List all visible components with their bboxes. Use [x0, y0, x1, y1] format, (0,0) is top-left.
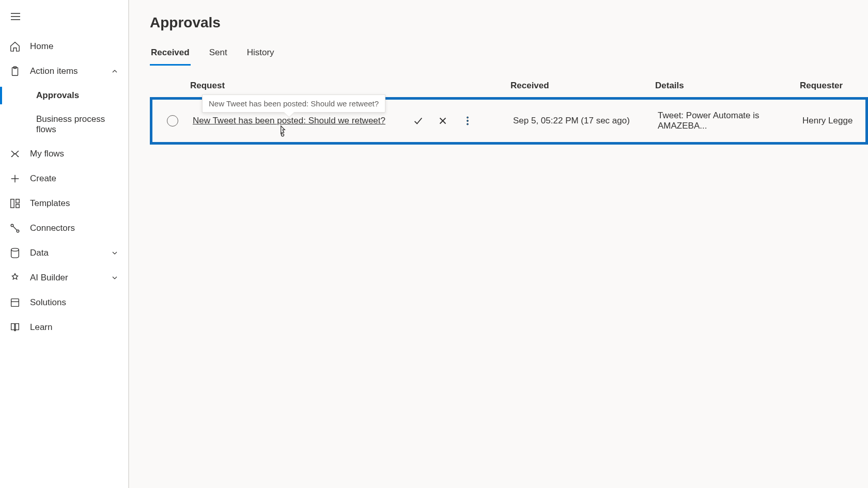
page-title: Approvals [150, 14, 868, 31]
tab-sent[interactable]: Sent [208, 43, 228, 66]
tab-received[interactable]: Received [150, 43, 191, 66]
sidebar-item-label: My flows [30, 149, 64, 159]
approval-row-highlight: New Tweet has been posted: Should we ret… [150, 97, 868, 145]
sidebar-item-business-process-flows[interactable]: Business process flows [0, 107, 128, 141]
svg-point-11 [17, 230, 19, 232]
approvals-table: Request Received Details Requester New T… [150, 81, 868, 145]
plus-icon [9, 173, 21, 184]
sidebar-item-label: Learn [30, 322, 52, 333]
svg-point-19 [467, 123, 469, 125]
title-tooltip: New Tweet has been posted: Should we ret… [202, 95, 385, 113]
sidebar-item-label: Create [30, 174, 56, 184]
svg-rect-9 [16, 204, 19, 208]
solutions-icon [9, 297, 21, 308]
sidebar-item-home[interactable]: Home [0, 34, 128, 59]
clipboard-icon [9, 66, 21, 77]
approve-button[interactable] [412, 115, 424, 127]
connectors-icon [9, 223, 21, 234]
flow-icon [9, 148, 21, 160]
home-icon [9, 41, 21, 52]
sidebar-item-my-flows[interactable]: My flows [0, 141, 128, 166]
tabs: Received Sent History [150, 43, 868, 66]
sidebar-item-learn[interactable]: Learn [0, 315, 128, 340]
sidebar-item-label: AI Builder [30, 273, 68, 283]
row-select[interactable] [152, 115, 193, 127]
chevron-up-icon [111, 67, 119, 75]
column-details[interactable]: Details [655, 81, 800, 91]
main-content: Approvals Received Sent History Request … [129, 0, 868, 488]
sidebar-item-label: Data [30, 248, 49, 258]
hamburger-button[interactable] [0, 4, 128, 34]
svg-rect-7 [11, 199, 14, 208]
row-actions [412, 115, 473, 127]
radio-icon[interactable] [167, 115, 178, 127]
sidebar-item-label: Templates [30, 198, 70, 209]
reject-button[interactable] [437, 115, 448, 127]
tab-history[interactable]: History [246, 43, 275, 66]
sidebar-item-create[interactable]: Create [0, 166, 128, 191]
sidebar-item-solutions[interactable]: Solutions [0, 290, 128, 315]
column-requester[interactable]: Requester [800, 81, 868, 91]
sidebar-item-label: Home [30, 41, 53, 52]
svg-point-17 [467, 117, 469, 118]
ai-icon [9, 272, 21, 284]
sidebar-item-approvals[interactable]: Approvals [0, 84, 128, 107]
sidebar-item-data[interactable]: Data [0, 241, 128, 265]
chevron-down-icon [111, 249, 119, 257]
sidebar-item-label: Solutions [30, 297, 66, 308]
sidebar: Home Action items Approvals Business pro… [0, 0, 129, 488]
column-request[interactable]: Request [190, 81, 510, 91]
column-received[interactable]: Received [510, 81, 655, 91]
book-icon [9, 322, 21, 333]
sidebar-item-templates[interactable]: Templates [0, 191, 128, 216]
sidebar-item-ai-builder[interactable]: AI Builder [0, 265, 128, 290]
sidebar-item-label: Connectors [30, 223, 75, 233]
sidebar-item-action-items[interactable]: Action items [0, 59, 128, 84]
svg-point-10 [11, 224, 13, 227]
more-actions-button[interactable] [462, 115, 473, 127]
sidebar-item-connectors[interactable]: Connectors [0, 216, 128, 241]
svg-rect-13 [11, 299, 19, 307]
chevron-down-icon [111, 274, 119, 282]
sidebar-item-label: Action items [30, 66, 78, 76]
svg-point-12 [11, 248, 19, 251]
svg-point-18 [467, 120, 469, 122]
approval-requester: Henry Legge [802, 116, 865, 126]
database-icon [9, 247, 21, 259]
templates-icon [9, 198, 21, 209]
approval-received: Sep 5, 05:22 PM (17 sec ago) [513, 116, 658, 126]
svg-rect-8 [16, 199, 19, 203]
approval-details: Tweet: Power Automate is AMAZEBA... [658, 111, 802, 131]
sidebar-item-label: Approvals [36, 90, 79, 101]
sidebar-item-label: Business process flows [36, 114, 119, 135]
